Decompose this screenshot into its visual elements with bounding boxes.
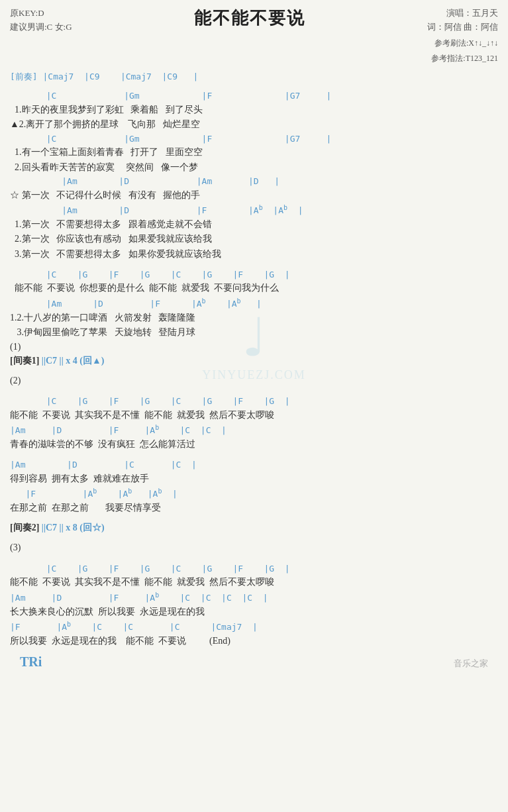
content-area: [前奏] |Cmaj7 |C9 |Cmaj7 |C9 | |C |Gm |F |… <box>10 70 498 648</box>
performer-info: 演唱：五月天 词：阿信 曲：阿信 参考刷法:X↑↓_↓↑↓ 参考指法:T123_… <box>427 7 498 65</box>
content-line-37: (3) <box>10 540 498 555</box>
header: 原KEY:D 建议男调:C 女:G 能不能不要说 演唱：五月天 词：阿信 曲：阿… <box>10 7 498 65</box>
content-line-9: ☆ 第一次 不记得什么时候 有没有 握他的手 <box>10 188 498 203</box>
content-line-26: 能不能 不要说 其实我不是不懂 能不能 就爱我 然后不要太啰唆 <box>10 408 498 423</box>
content-line-21: [间奏1] ||C7 || x 4 (回▲) <box>10 355 498 367</box>
content-line-28: 青春的滋味尝的不够 没有疯狂 怎么能算活过 <box>10 437 498 452</box>
content-line-24 <box>10 388 498 395</box>
content-line-44: 所以我要 永远是现在的我 能不能 不要说 (End) <box>10 634 498 648</box>
content-line-36 <box>10 534 498 540</box>
content-line-31: 得到容易 拥有太多 难就难在放手 <box>10 472 498 486</box>
content-line-22 <box>10 367 498 374</box>
content-line-30: |Am |D |C |C | <box>10 458 498 472</box>
title-area: 能不能不要说 <box>72 7 427 30</box>
footer: TRi 音乐之家 <box>10 655 498 675</box>
content-line-14 <box>10 262 498 268</box>
content-line-11: 1.第一次 不需要想得太多 跟着感觉走就不会错 <box>10 217 498 232</box>
page: 原KEY:D 建议男调:C 女:G 能不能不要说 演唱：五月天 词：阿信 曲：阿… <box>0 0 508 688</box>
content-line-12: 2.第一次 你应该也有感动 如果爱我就应该给我 <box>10 232 498 246</box>
content-line-1 <box>10 83 498 89</box>
content-line-41: |Am |D |F |Ab |C |C |C |C | <box>10 590 498 605</box>
content-line-25: |C |G |F |G |C |G |F |G | <box>10 395 498 408</box>
content-line-8: |Am |D |Am |D | <box>10 175 498 188</box>
content-line-34 <box>10 515 498 522</box>
content-line-42: 长大换来良心的沉默 所以我要 永远是现在的我 <box>10 605 498 619</box>
content-line-27: |Am |D |F |Ab |C |C | <box>10 423 498 437</box>
content-line-32: |F |Ab |Ab |Ab | <box>10 486 498 501</box>
content-line-43: |F |Ab |C |C |C |Cmaj7 | <box>10 619 498 634</box>
content-line-13: 3.第一次 不需要想得太多 如果你爱我就应该给我 <box>10 247 498 262</box>
content-line-18: 1.2.十八岁的第一口啤酒 火箭发射 轰隆隆隆 <box>10 311 498 325</box>
content-line-7: 2.回头看昨天苦苦的寂寞 突然间 像一个梦 <box>10 160 498 175</box>
content-line-5: |C |Gm |F |G7 | <box>10 132 498 146</box>
content-line-0: [前奏] |Cmaj7 |C9 |Cmaj7 |C9 | <box>10 70 498 83</box>
content-line-20: (1) <box>10 340 498 354</box>
key-info: 原KEY:D 建议男调:C 女:G <box>10 7 72 34</box>
content-line-23: (2) <box>10 374 498 388</box>
content-line-17: |Am |D |F |Ab |Ab | <box>10 296 498 311</box>
content-line-4: ▲2.离开了那个拥挤的星球 飞向那 灿烂星空 <box>10 117 498 132</box>
content-line-16: 能不能 不要说 你想要的是什么 能不能 就爱我 不要问我为什么 <box>10 281 498 295</box>
content-line-2: |C |Gm |F |G7 | <box>10 89 498 103</box>
footer-logo-left: TRi <box>20 654 42 670</box>
content-line-10: |Am |D |F |Ab |Ab | <box>10 203 498 217</box>
footer-logo-right: 音乐之家 <box>454 658 488 670</box>
content-line-19: 3.伊甸园里偷吃了苹果 天旋地转 登陆月球 <box>10 325 498 340</box>
content-line-33: 在那之前 在那之前 我要尽情享受 <box>10 501 498 515</box>
content-line-6: 1.有一个宝箱上面刻着青春 打开了 里面空空 <box>10 145 498 160</box>
content-line-3: 1.昨天的夜里我梦到了彩虹 乘着船 到了尽头 <box>10 103 498 117</box>
content-line-40: 能不能 不要说 其实我不是不懂 能不能 就爱我 然后不要太啰唆 <box>10 575 498 589</box>
content-line-29 <box>10 452 498 458</box>
content-line-35: [间奏2] ||C7 || x 8 (回☆) <box>10 522 498 534</box>
song-title: 能不能不要说 <box>72 7 427 30</box>
content-line-15: |C |G |F |G |C |G |F |G | <box>10 268 498 281</box>
content-line-38 <box>10 556 498 562</box>
content-line-39: |C |G |F |G |C |G |F |G | <box>10 562 498 576</box>
